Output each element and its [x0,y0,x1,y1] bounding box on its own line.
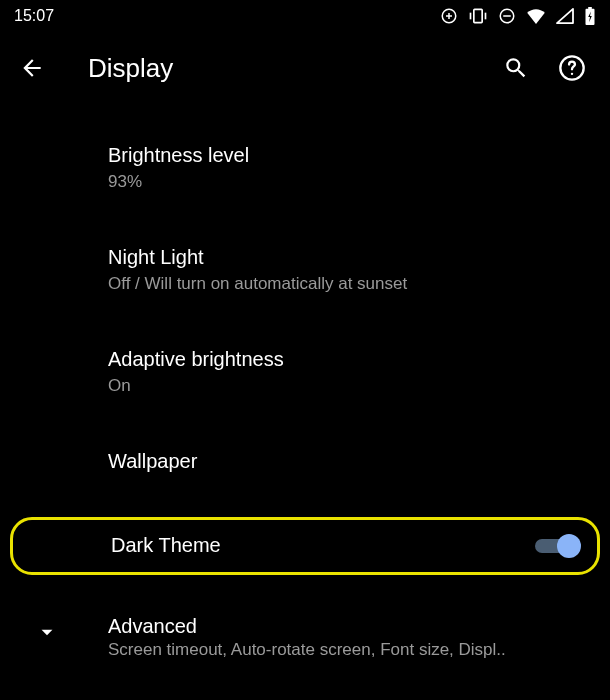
setting-subtitle: Screen timeout, Auto-rotate screen, Font… [108,640,586,660]
setting-title: Advanced [108,615,586,638]
chevron-down-icon [34,619,60,649]
settings-display-screen: 15:07 Display [0,0,610,700]
svg-rect-5 [485,13,487,20]
adaptive-brightness-row[interactable]: Adaptive brightness On [0,332,610,412]
svg-point-11 [571,73,573,75]
page-title: Display [88,53,474,84]
setting-subtitle: On [108,375,586,398]
do-not-disturb-icon [498,7,516,25]
svg-rect-3 [474,9,482,22]
battery-charging-icon [584,7,596,25]
wallpaper-row[interactable]: Wallpaper [0,434,610,489]
status-time: 15:07 [14,7,54,25]
data-saver-icon [440,7,458,25]
settings-list: Brightness level 93% Night Light Off / W… [0,104,610,674]
setting-title: Night Light [108,244,586,271]
help-button[interactable] [558,54,586,82]
setting-subtitle: Off / Will turn on automatically at suns… [108,273,586,296]
setting-title: Wallpaper [108,448,586,475]
wifi-icon [526,8,546,24]
status-bar: 15:07 [0,0,610,32]
night-light-row[interactable]: Night Light Off / Will turn on automatic… [0,230,610,310]
setting-title: Adaptive brightness [108,346,586,373]
search-button[interactable] [502,54,530,82]
switch-thumb [557,534,581,558]
svg-rect-4 [470,13,472,20]
cell-signal-icon [556,8,574,24]
help-icon [558,54,586,82]
search-icon [503,55,529,81]
setting-title: Dark Theme [111,534,535,557]
app-bar: Display [0,32,610,104]
dark-theme-row[interactable]: Dark Theme [10,517,600,575]
back-button[interactable] [18,54,46,82]
dark-theme-toggle[interactable] [535,534,579,558]
setting-subtitle: 93% [108,171,586,194]
arrow-back-icon [19,55,45,81]
status-icons [440,7,596,25]
brightness-level-row[interactable]: Brightness level 93% [0,128,610,208]
setting-title: Brightness level [108,142,586,169]
svg-rect-9 [588,7,592,10]
vibrate-icon [468,7,488,25]
advanced-row[interactable]: Advanced Screen timeout, Auto-rotate scr… [0,597,610,674]
